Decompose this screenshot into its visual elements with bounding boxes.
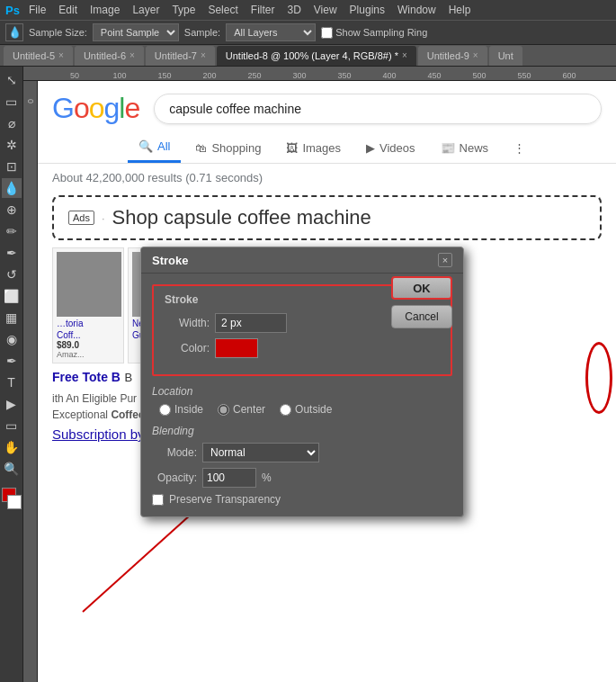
mode-label: Mode:: [152, 446, 197, 459]
eyedropper-tool-icon: 💧: [5, 23, 23, 41]
tab-close-untitled6[interactable]: ×: [129, 50, 135, 60]
ps-left-toolbar: ⤡ ▭ ⌀ ✲ ⊡ 💧 ⊕ ✏ ✒ ↺ ⬜ ▦ ◉ ✒ T ▶ ▭ ✋ 🔍: [0, 67, 23, 682]
tool-crop[interactable]: ⊡: [2, 157, 22, 176]
sample-size-label: Sample Size:: [29, 27, 87, 38]
tab-untitled8[interactable]: Untitled-8 @ 100% (Layer 4, RGB/8#) * ×: [217, 46, 416, 66]
show-sampling-ring-checkbox[interactable]: [321, 27, 333, 39]
google-nav-videos[interactable]: ▶ Videos: [355, 132, 426, 163]
menu-select[interactable]: Select: [202, 2, 243, 18]
product-title-1: …toria: [57, 319, 120, 328]
menu-edit[interactable]: Edit: [53, 2, 83, 18]
tab-close-untitled7[interactable]: ×: [201, 50, 206, 60]
tool-magic-wand[interactable]: ✲: [2, 135, 22, 155]
tab-untitled5[interactable]: Untitled-5 ×: [4, 46, 73, 66]
color-label: Color:: [165, 342, 210, 354]
dialog-titlebar: Stroke ×: [141, 247, 463, 274]
tool-heal[interactable]: ⊕: [2, 200, 22, 220]
color-swatch[interactable]: [215, 338, 258, 358]
sample-layers-select[interactable]: All Layers: [226, 23, 316, 41]
ruler-horizontal: 50 100 150 200 250 300 350 400 450 500 5…: [23, 67, 616, 81]
tool-shape[interactable]: ▭: [2, 416, 22, 435]
ps-canvas-area: 50 100 150 200 250 300 350 400 450 500 5…: [23, 67, 616, 682]
google-nav-shopping[interactable]: 🛍 Shopping: [184, 132, 272, 163]
google-logo: Google: [52, 92, 139, 125]
background-color-swatch[interactable]: [7, 495, 22, 509]
location-outside[interactable]: Outside: [280, 403, 332, 416]
tool-brush[interactable]: ✏: [2, 221, 22, 241]
google-search-bar[interactable]: capsule coffee machine: [154, 94, 602, 124]
dialog-close-button[interactable]: ×: [438, 253, 452, 267]
tab-close-untitled5[interactable]: ×: [58, 50, 64, 60]
google-nav-all[interactable]: 🔍 All: [128, 132, 181, 163]
google-nav-images[interactable]: 🖼 Images: [275, 132, 352, 163]
menu-layer[interactable]: Layer: [127, 2, 165, 18]
menu-3d[interactable]: 3D: [281, 2, 306, 18]
tool-zoom[interactable]: 🔍: [2, 459, 22, 479]
menu-file[interactable]: File: [23, 2, 51, 18]
color-swatches[interactable]: [0, 488, 23, 520]
sample-size-select[interactable]: Point Sample: [93, 23, 179, 41]
tab-unt[interactable]: Unt: [489, 46, 522, 66]
tool-history-brush[interactable]: ↺: [2, 265, 22, 284]
ps-options-bar: 💧 Sample Size: Point Sample Sample: All …: [0, 20, 616, 45]
product-card-1[interactable]: …toria Coff... $89.0 Amaz...: [52, 247, 124, 363]
tool-gradient[interactable]: ▦: [2, 308, 22, 328]
google-ads-box: Ads · Shop capsule coffee machine: [52, 195, 602, 240]
location-inside-radio[interactable]: [159, 404, 171, 416]
ps-main-area: ⤡ ▭ ⌀ ✲ ⊡ 💧 ⊕ ✏ ✒ ↺ ⬜ ▦ ◉ ✒ T ▶ ▭ ✋ 🔍 50…: [0, 67, 616, 682]
width-input[interactable]: [215, 313, 287, 333]
location-outside-radio[interactable]: [280, 404, 291, 416]
tool-path-select[interactable]: ▶: [2, 394, 22, 414]
tab-untitled7[interactable]: Untitled-7 ×: [146, 46, 215, 66]
show-sampling-ring-label[interactable]: Show Sampling Ring: [321, 27, 427, 39]
tool-dodge[interactable]: ◉: [2, 329, 22, 349]
menu-filter[interactable]: Filter: [246, 2, 281, 18]
google-nav-news[interactable]: 📰 News: [430, 132, 500, 163]
preserve-transparency-row: Preserve Transparency: [152, 493, 452, 506]
tool-hand[interactable]: ✋: [2, 437, 22, 457]
ads-text: Shop capsule coffee machine: [112, 206, 371, 229]
cancel-button[interactable]: Cancel: [391, 305, 452, 328]
stroke-dialog: Stroke × OK Cancel Stroke Width:: [140, 247, 464, 517]
width-label: Width:: [165, 317, 210, 329]
ok-button[interactable]: OK: [391, 276, 452, 300]
opacity-input[interactable]: [202, 468, 256, 488]
location-center-radio[interactable]: [218, 404, 229, 416]
tool-type[interactable]: T: [2, 372, 22, 392]
sample-label: Sample:: [184, 27, 220, 38]
menu-help[interactable]: Help: [443, 2, 477, 18]
product-price-1: $89.0: [57, 340, 120, 350]
opacity-row: Opacity: %: [152, 468, 452, 488]
location-inside[interactable]: Inside: [159, 403, 203, 416]
menu-window[interactable]: Window: [392, 2, 442, 18]
blending-label: Blending: [152, 425, 452, 437]
ads-badge: Ads: [68, 211, 94, 225]
preserve-transparency-label: Preserve Transparency: [169, 493, 281, 506]
ps-app-icon: Ps: [4, 1, 22, 19]
tool-pen[interactable]: ✒: [2, 351, 22, 371]
product-shop-1: Amaz...: [57, 350, 120, 359]
dialog-title: Stroke: [152, 254, 188, 267]
tool-eyedropper[interactable]: 💧: [2, 178, 22, 198]
menu-image[interactable]: Image: [85, 2, 125, 18]
tab-untitled9[interactable]: Untitled-9 ×: [418, 46, 487, 66]
tool-lasso[interactable]: ⌀: [2, 113, 22, 133]
mode-select[interactable]: Normal Dissolve Darken Multiply: [202, 443, 319, 462]
menu-plugins[interactable]: Plugins: [344, 2, 390, 18]
google-nav-more[interactable]: ⋮: [503, 132, 536, 163]
ruler-vertical: 5 0 1 0 0 1 5 0 2 0 0 2 5 0 3 0 0 3 5 0: [23, 81, 38, 682]
tool-move[interactable]: ⤡: [2, 70, 22, 90]
tab-close-untitled8[interactable]: ×: [402, 50, 407, 60]
location-center[interactable]: Center: [218, 403, 265, 416]
menu-view[interactable]: View: [308, 2, 343, 18]
tab-untitled6[interactable]: Untitled-6 ×: [75, 46, 144, 66]
tool-clone[interactable]: ✒: [2, 243, 22, 263]
product-subtitle-1: Coff...: [57, 330, 120, 340]
tool-select-rect[interactable]: ▭: [2, 92, 22, 112]
menu-type[interactable]: Type: [166, 2, 201, 18]
search-query: capsule coffee machine: [169, 102, 301, 116]
preserve-transparency-checkbox[interactable]: [152, 494, 164, 506]
tool-eraser[interactable]: ⬜: [2, 286, 22, 306]
tab-close-untitled9[interactable]: ×: [473, 50, 478, 60]
percent-label: %: [262, 471, 272, 484]
